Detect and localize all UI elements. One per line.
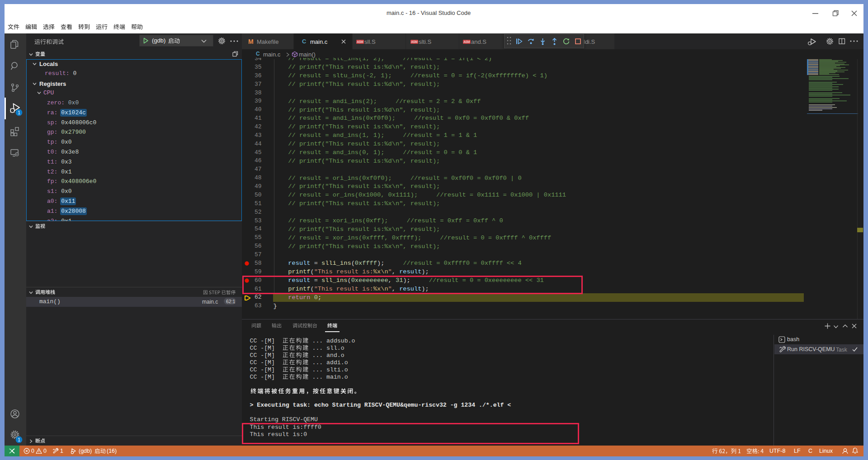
svg-text:ASM: ASM — [357, 40, 363, 43]
svg-text:ASM: ASM — [463, 40, 470, 43]
svg-text:1: 1 — [18, 437, 20, 442]
svg-text:1: 1 — [18, 110, 20, 115]
svg-text:ASM: ASM — [411, 40, 417, 43]
